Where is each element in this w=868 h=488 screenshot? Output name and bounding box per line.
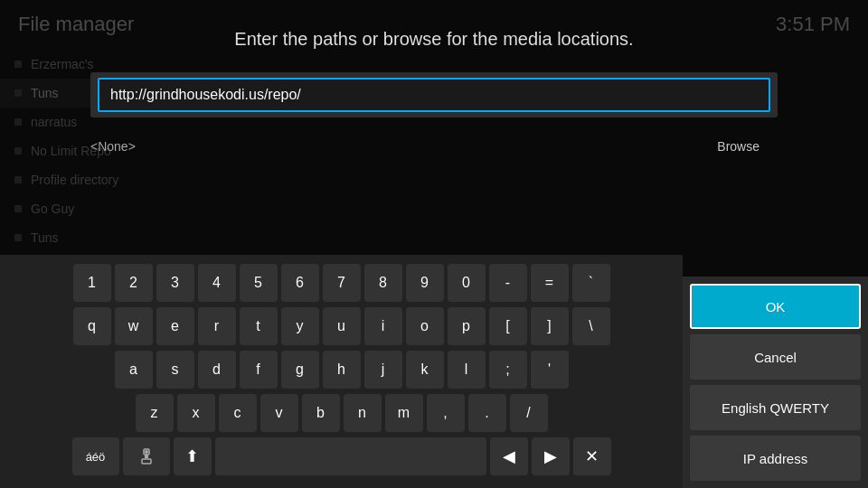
instruction-text: Enter the paths or browse for the media … — [0, 29, 868, 50]
key-8[interactable]: 8 — [364, 264, 402, 302]
keyboard-row-zxcv: z x c v b n m , . / — [9, 394, 674, 432]
key-lbracket[interactable]: [ — [489, 307, 527, 345]
key-n[interactable]: n — [344, 394, 382, 432]
key-l[interactable]: l — [448, 351, 486, 389]
key-w[interactable]: w — [115, 307, 153, 345]
key-4[interactable]: 4 — [198, 264, 236, 302]
key-y[interactable]: y — [281, 307, 319, 345]
svg-rect-2 — [142, 459, 151, 464]
key-a[interactable]: a — [115, 351, 153, 389]
key-1[interactable]: 1 — [73, 264, 111, 302]
key-h[interactable]: h — [323, 351, 361, 389]
key-e[interactable]: e — [156, 307, 194, 345]
key-2[interactable]: 2 — [115, 264, 153, 302]
virtual-keyboard: 1 2 3 4 5 6 7 8 9 0 - = ` q w e r t y u … — [0, 255, 683, 488]
key-shift[interactable]: ⬆ — [174, 437, 212, 475]
key-comma[interactable]: , — [427, 394, 465, 432]
key-c[interactable]: c — [219, 394, 257, 432]
key-p[interactable]: p — [448, 307, 486, 345]
key-space[interactable] — [215, 437, 486, 475]
key-z[interactable]: z — [136, 394, 174, 432]
key-accent[interactable]: áéö — [72, 437, 119, 475]
key-0[interactable]: 0 — [448, 264, 486, 302]
key-slash[interactable]: / — [510, 394, 548, 432]
keyboard-row-numbers: 1 2 3 4 5 6 7 8 9 0 - = ` — [9, 264, 674, 302]
key-v[interactable]: v — [260, 394, 298, 432]
key-r[interactable]: r — [198, 307, 236, 345]
keyboard-row-special: áéö ⬆ ◀ ▶ ✕ — [9, 437, 674, 475]
key-u[interactable]: u — [323, 307, 361, 345]
key-j[interactable]: j — [364, 351, 402, 389]
path-none-label: <None> — [90, 139, 136, 154]
ip-address-button[interactable]: IP address — [690, 436, 861, 481]
key-minus[interactable]: - — [489, 264, 527, 302]
url-input-field[interactable]: http://grindhousekodi.us/repo/ — [98, 78, 770, 112]
key-backspace[interactable]: ✕ — [573, 437, 611, 475]
key-capslock[interactable] — [123, 437, 170, 475]
key-quote[interactable]: ' — [531, 351, 569, 389]
svg-rect-1 — [145, 455, 148, 458]
keyboard-row-qwerty: q w e r t y u i o p [ ] \ — [9, 307, 674, 345]
key-s[interactable]: s — [156, 351, 194, 389]
key-d[interactable]: d — [198, 351, 236, 389]
key-semicolon[interactable]: ; — [489, 351, 527, 389]
key-i[interactable]: i — [364, 307, 402, 345]
key-g[interactable]: g — [281, 351, 319, 389]
key-7[interactable]: 7 — [323, 264, 361, 302]
key-x[interactable]: x — [177, 394, 215, 432]
key-q[interactable]: q — [73, 307, 111, 345]
key-m[interactable]: m — [385, 394, 423, 432]
cancel-button[interactable]: Cancel — [690, 334, 861, 380]
path-row-1: <None> Browse — [90, 128, 778, 164]
key-k[interactable]: k — [406, 351, 444, 389]
capslock-icon — [137, 447, 156, 465]
key-cursor-left[interactable]: ◀ — [490, 437, 528, 475]
key-o[interactable]: o — [406, 307, 444, 345]
keyboard-row-asdf: a s d f g h j k l ; ' — [9, 351, 674, 389]
key-f[interactable]: f — [240, 351, 278, 389]
key-5[interactable]: 5 — [240, 264, 278, 302]
key-9[interactable]: 9 — [406, 264, 444, 302]
key-period[interactable]: . — [468, 394, 506, 432]
url-container: http://grindhousekodi.us/repo/ — [90, 72, 778, 117]
key-t[interactable]: t — [240, 307, 278, 345]
keyboard-layout-button[interactable]: English QWERTY — [690, 385, 861, 430]
key-rbracket[interactable]: ] — [531, 307, 569, 345]
key-b[interactable]: b — [302, 394, 340, 432]
key-cursor-right[interactable]: ▶ — [532, 437, 570, 475]
key-backtick[interactable]: ` — [572, 264, 610, 302]
key-6[interactable]: 6 — [281, 264, 319, 302]
svg-point-3 — [145, 450, 148, 454]
ok-button[interactable]: OK — [690, 284, 861, 329]
key-equals[interactable]: = — [531, 264, 569, 302]
browse-button[interactable]: Browse — [717, 139, 760, 154]
right-panel: OK Cancel English QWERTY IP address — [683, 277, 868, 488]
key-3[interactable]: 3 — [156, 264, 194, 302]
key-backslash[interactable]: \ — [572, 307, 610, 345]
